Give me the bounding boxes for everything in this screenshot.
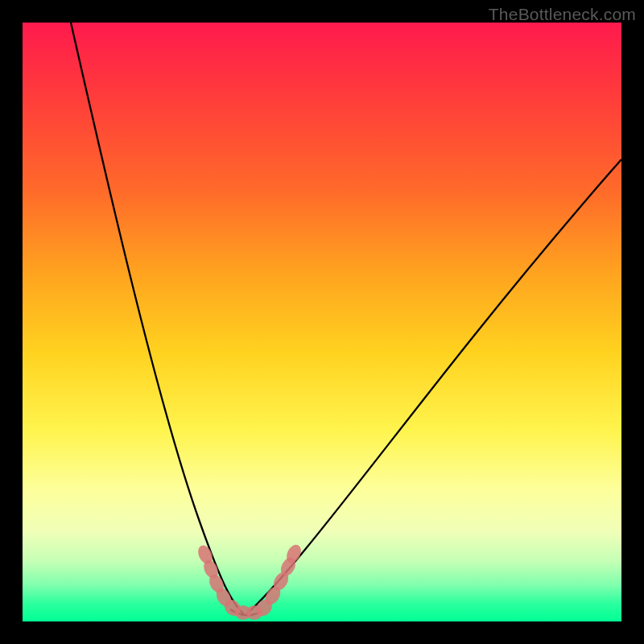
curve-layer bbox=[23, 23, 621, 621]
bottleneck-curve-left bbox=[71, 23, 244, 614]
bottom-band-markers bbox=[196, 543, 304, 620]
watermark-text: TheBottleneck.com bbox=[489, 5, 636, 24]
plot-area bbox=[23, 23, 621, 621]
bottleneck-curve-right bbox=[246, 159, 621, 614]
chart-frame: TheBottleneck.com bbox=[0, 0, 644, 644]
